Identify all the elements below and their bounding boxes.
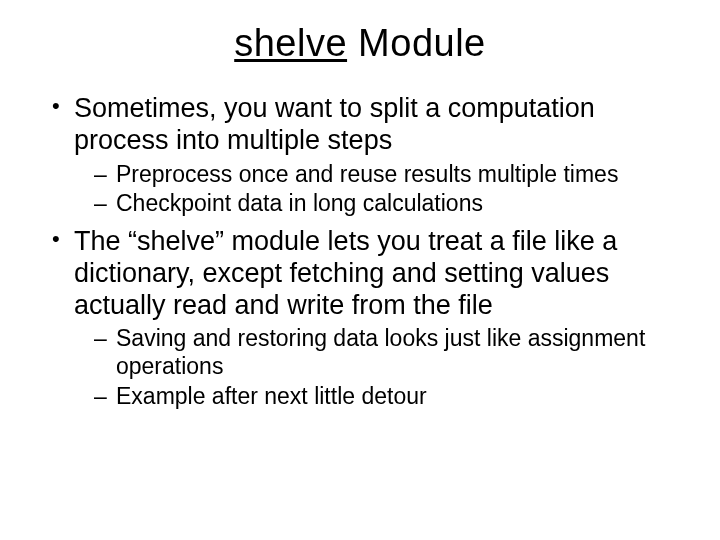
sub-bullet-text: Checkpoint data in long calculations [116,190,483,216]
slide: shelve Module Sometimes, you want to spl… [0,0,720,540]
bullet-list: Sometimes, you want to split a computati… [40,93,680,410]
sub-bullet-item: Checkpoint data in long calculations [94,190,680,218]
title-rest: Module [347,22,486,64]
sub-bullet-text: Saving and restoring data looks just lik… [116,325,645,379]
sub-bullet-text: Preprocess once and reuse results multip… [116,161,618,187]
bullet-text: The “shelve” module lets you treat a fil… [74,226,617,320]
sub-bullet-item: Preprocess once and reuse results multip… [94,161,680,189]
slide-title: shelve Module [40,22,680,65]
title-underlined: shelve [234,22,347,64]
sub-bullet-list: Saving and restoring data looks just lik… [74,325,680,410]
bullet-item: The “shelve” module lets you treat a fil… [50,226,680,410]
bullet-text: Sometimes, you want to split a computati… [74,93,595,155]
sub-bullet-text: Example after next little detour [116,383,427,409]
sub-bullet-item: Saving and restoring data looks just lik… [94,325,680,380]
bullet-item: Sometimes, you want to split a computati… [50,93,680,218]
sub-bullet-list: Preprocess once and reuse results multip… [74,161,680,218]
sub-bullet-item: Example after next little detour [94,383,680,411]
